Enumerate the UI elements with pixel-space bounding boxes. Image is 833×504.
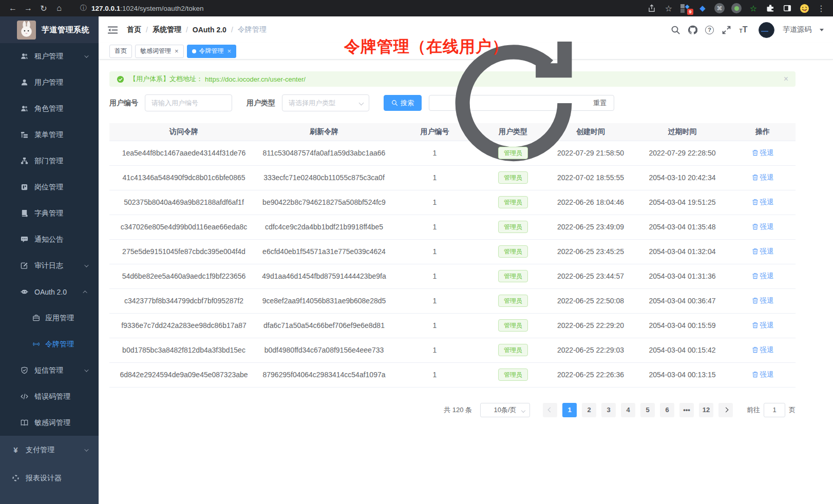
search-button[interactable]: 搜索 [384,95,422,111]
emoji-profile-icon[interactable] [798,2,811,15]
force-logout-button[interactable]: 强退 [752,198,774,207]
share-icon[interactable] [645,2,658,15]
prev-page-button[interactable] [543,403,557,417]
username[interactable]: 芋道源码 [783,25,811,34]
user-id-cell: 1 [390,190,480,215]
sidebar-item[interactable]: 用户管理 [0,69,99,95]
recorder-extension-icon[interactable] [730,2,743,15]
sidebar-item[interactable]: 审计日志 [0,253,99,279]
tab-1[interactable]: 敏感词管理× [135,45,184,58]
sidebar-item[interactable]: 字典管理 [0,200,99,226]
force-logout-button[interactable]: 强退 [752,345,774,355]
table-row: 275e5de9151045fe87cbdc395e004f4de6cfd40e… [109,239,796,264]
page-button-5[interactable]: 5 [640,403,655,417]
users-icon [21,52,28,60]
page-button-12[interactable]: 12 [699,403,713,417]
table-row: b0d1785bc3a8482f812db4a3f3bd15ecb0df4980… [109,338,796,362]
user-id-input[interactable] [145,94,232,111]
tab-close-icon[interactable]: × [228,48,232,54]
sidebar-item[interactable]: 通知公告 [0,226,99,253]
user-type-badge: 管理员 [498,344,528,356]
trash-icon [752,346,759,353]
page-button-2[interactable]: 2 [582,403,596,417]
sidebar-item[interactable]: 短信管理 [0,357,99,383]
tab-0[interactable]: 首页 [109,45,132,58]
tab-label: 首页 [115,47,127,55]
extensions-puzzle-icon[interactable] [764,2,777,15]
forward-icon[interactable]: → [21,2,36,15]
fullscreen-icon[interactable] [722,25,731,35]
sidebar-item[interactable]: 岗位管理 [0,174,99,200]
force-logout-button[interactable]: 强退 [752,148,774,158]
sidebar-collapse-icon[interactable] [108,26,118,34]
site-info-icon[interactable]: ⓘ [80,4,87,13]
breadcrumb-separator: / [231,26,233,34]
sidebar-item[interactable]: 角色管理 [0,95,99,122]
command-extension-icon[interactable]: ⌘ [713,2,726,15]
app-logo-rabbit-icon [17,21,36,40]
breadcrumb-item[interactable]: 首页 [127,25,141,34]
address-bar[interactable]: ⓘ 127.0.0.1:1024/system/oauth2/token [80,4,645,13]
bookmark-star-icon[interactable]: ☆ [662,2,675,15]
sidebar-item[interactable]: 错误码管理 [0,383,99,410]
page-button-1[interactable]: 1 [562,403,577,417]
tab-close-icon[interactable]: × [175,48,179,54]
refresh-token-cell: be90422b8c7946218275a508bf524fc9 [258,190,390,215]
green-star-extension-icon[interactable]: ☆ [747,2,760,15]
side-panel-icon[interactable] [781,2,794,15]
more-pages-button[interactable]: ••• [679,403,694,417]
browser-menu-kebab-icon[interactable]: ⋮ [815,2,828,15]
gem-extension-icon[interactable]: ◆ [696,2,709,15]
sidebar-item-label: 支付管理 [26,445,54,455]
sidebar-item[interactable]: 租户管理 [0,43,99,69]
force-logout-button[interactable]: 强退 [752,296,774,305]
force-logout-button[interactable]: 强退 [752,247,774,256]
sidebar-item[interactable]: 令牌管理 [0,331,99,357]
force-logout-button[interactable]: 强退 [752,370,774,379]
tab-label: 令牌管理 [199,47,224,55]
force-logout-button[interactable]: 强退 [752,173,774,182]
force-logout-button[interactable]: 强退 [752,321,774,330]
sidebar-item[interactable]: 部门管理 [0,148,99,174]
refresh-token-cell: e6cfd40eb1f54571a31e775e039c4624 [258,239,390,264]
user-type-select[interactable] [282,94,369,111]
sidebar-item[interactable]: 菜单管理 [0,122,99,148]
expire-time-cell: 2054-03-04 01:32:04 [635,239,730,264]
reset-button[interactable]: 重置 [429,95,614,111]
sidebar-item-label: 报表设计器 [26,474,62,483]
chevron-up-icon [83,290,87,295]
user-caret-down-icon[interactable] [820,29,824,31]
tab-2[interactable]: 令牌管理× [187,45,237,58]
expire-time-cell: 2054-03-04 00:15:59 [635,313,730,338]
force-logout-button[interactable]: 强退 [752,272,774,281]
search-icon[interactable] [671,25,680,35]
page-button-6[interactable]: 6 [660,403,674,417]
sidebar-item[interactable]: 报表设计器 [0,464,99,492]
next-page-button[interactable] [718,403,733,417]
font-size-icon[interactable]: TT [739,25,748,35]
page-button-4[interactable]: 4 [621,403,635,417]
extension-with-badge-icon[interactable]: ◆ 9 [679,2,692,14]
breadcrumb-item[interactable]: 系统管理 [153,25,181,34]
sidebar-item[interactable]: 敏感词管理 [0,410,99,436]
back-icon[interactable]: ← [5,2,21,15]
doc-link[interactable]: https://doc.iocoder.cn/user-center/ [205,75,306,83]
help-icon[interactable]: ? [705,25,714,35]
page-button-3[interactable]: 3 [601,403,616,417]
trash-icon [752,174,759,181]
sidebar-item[interactable]: ¥支付管理 [0,436,99,464]
reload-icon[interactable]: ↻ [36,2,51,15]
home-icon[interactable]: ⌂ [51,2,67,15]
breadcrumb-item[interactable]: OAuth 2.0 [193,26,226,34]
goto-page-input[interactable] [764,403,785,417]
user-avatar[interactable] [759,22,774,38]
create-time-cell: 2022-06-26 18:04:46 [546,190,635,215]
force-logout-button[interactable]: 强退 [752,222,774,231]
page-size-select[interactable]: 10条/页 [480,403,530,417]
alert-close-icon[interactable]: × [784,75,788,83]
sidebar-logo[interactable]: 芋道管理系统 [0,16,99,43]
user-type-badge: 管理员 [498,270,528,282]
sidebar-item[interactable]: 应用管理 [0,305,99,331]
sidebar-item[interactable]: OAuth 2.0 [0,279,99,305]
github-icon[interactable] [688,25,697,35]
